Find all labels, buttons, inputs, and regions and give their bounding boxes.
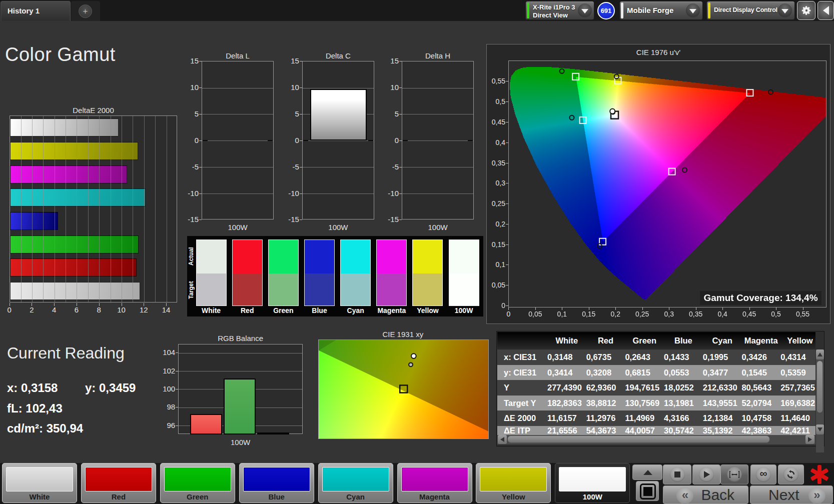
scroll-right-button[interactable] [805, 435, 814, 444]
rgb-bar-red [190, 414, 222, 434]
display-control-label: Direct Display Control [714, 6, 777, 14]
meter-count-badge[interactable]: 691 [597, 2, 615, 20]
swatch-target [269, 274, 298, 306]
scroll-up-button[interactable] [816, 350, 824, 360]
y-tick [399, 220, 402, 220]
swatch-target [341, 274, 370, 306]
x-tick [77, 303, 77, 306]
x-tick-label: 8 [92, 306, 107, 314]
measurement-table: WhiteRedGreenBlueCyanMagentaYellowx: CIE… [496, 331, 824, 446]
y-tick [300, 140, 302, 141]
pattern-window-button[interactable] [636, 481, 659, 501]
scroll-down-button[interactable] [816, 424, 824, 434]
gamut-coverage-value: 134,4% [783, 292, 818, 303]
pattern-button-white[interactable]: White [2, 463, 77, 503]
measure-button[interactable] [720, 464, 748, 484]
x-tick-label: 0 [497, 310, 519, 318]
pattern-button-100w[interactable]: 100W [555, 463, 630, 503]
add-tab-button[interactable]: + [71, 1, 100, 21]
pattern-button-cyan[interactable]: Cyan [318, 463, 393, 503]
h-scroll-thumb[interactable] [507, 436, 770, 443]
table-cell: 182,8363 [547, 396, 586, 411]
table-cell: 4,3166 [664, 410, 703, 426]
display-control-accent [708, 2, 710, 18]
x-tick-label: 0,15 [578, 310, 600, 318]
pattern-button-red[interactable]: Red [81, 463, 156, 503]
back-label: Back [701, 486, 734, 504]
pattern-button-magenta[interactable]: Magenta [397, 463, 472, 503]
table-row: y: CIE310,34140,32080,68150,05530,34770,… [497, 365, 815, 380]
settings-button[interactable] [797, 1, 815, 20]
swatch-actual [377, 240, 406, 274]
y-tick-label: -10 [179, 189, 199, 198]
table-cell: 12,1384 [703, 410, 742, 426]
scroll-left-button[interactable] [498, 435, 507, 444]
next-button[interactable]: Next» [750, 486, 833, 504]
play-button[interactable] [692, 464, 720, 484]
display-control-dropdown[interactable]: Direct Display Control [706, 1, 795, 20]
v-scroll-thumb[interactable] [816, 360, 823, 413]
continuous-button[interactable]: ∞ [750, 464, 776, 484]
x-tick-label: 0,1 [551, 310, 573, 318]
x-tick [722, 308, 723, 310]
pattern-swatch [85, 467, 152, 492]
gridline [202, 194, 273, 194]
swatch-label: Magenta [376, 306, 407, 314]
table-cell: 0,3426 [741, 350, 780, 365]
table-cell: 11,2976 [586, 410, 625, 426]
x-tick-label: 0,05 [524, 310, 546, 318]
pattern-button-blue[interactable]: Blue [239, 463, 314, 503]
y-tick [199, 220, 202, 220]
x-tick [32, 303, 32, 306]
swatch-label: 100W [449, 306, 479, 314]
pattern-label: Magenta [398, 492, 472, 501]
y-tick-label: 0,4 [484, 138, 505, 146]
row-label: ΔE ITP [497, 426, 547, 436]
gridline [111, 116, 111, 302]
gridline [402, 114, 473, 114]
column-header-white: White [547, 336, 586, 346]
tab-history[interactable]: History 1 [1, 1, 71, 21]
pattern-button-green[interactable]: Green [160, 463, 235, 503]
stop-button[interactable] [663, 464, 691, 484]
x-tick [749, 308, 750, 310]
y-tick [506, 163, 508, 164]
refresh-button[interactable] [778, 464, 804, 484]
pattern-button-yellow[interactable]: Yellow [476, 463, 551, 503]
back-button[interactable]: «Back [663, 486, 748, 504]
y-tick-label: 0,1 [484, 260, 505, 268]
zero-mark [203, 140, 208, 141]
pattern-swatch [322, 467, 389, 492]
chart-title: DeltaE 2000 [10, 106, 178, 114]
collapse-toolbar-button[interactable] [817, 1, 834, 20]
meter-dropdown[interactable]: X-Rite i1Pro 3 Direct View [525, 1, 594, 20]
zero-mark [303, 140, 308, 141]
source-dropdown[interactable]: Mobile Forge [619, 1, 703, 20]
y-tick [176, 352, 178, 353]
x-tick [562, 308, 562, 310]
row-label: Y [497, 380, 547, 396]
x-category-label: 100W [402, 223, 474, 232]
deltae-bar-cyan [10, 188, 146, 206]
pattern-swatch [559, 467, 626, 492]
chevron-up-icon [643, 470, 652, 475]
source-label: Mobile Forge [627, 6, 673, 14]
pattern-swatch [164, 467, 231, 492]
deltae-bar-magenta [10, 166, 127, 184]
table-cell: 11,4640 [780, 410, 815, 426]
y-tick-label: -5 [379, 162, 399, 171]
y-tick [506, 244, 508, 245]
swatch-target [233, 274, 262, 306]
y-tick-label: 102 [154, 366, 175, 375]
pattern-label: Yellow [476, 492, 550, 501]
table-cell: 21,6556 [547, 426, 586, 436]
swatch-label: Red [232, 306, 263, 314]
pattern-up-button[interactable] [632, 464, 662, 480]
table-cell: 143,9551 [703, 396, 742, 411]
meter-line1: X-Rite i1Pro 3 [533, 4, 575, 11]
x-tick-label: 0,5 [765, 310, 787, 318]
x-tick [166, 303, 167, 306]
current-reading-title: Current Reading [7, 344, 125, 362]
gridline [202, 88, 273, 88]
alert-asterisk-icon [809, 464, 829, 485]
